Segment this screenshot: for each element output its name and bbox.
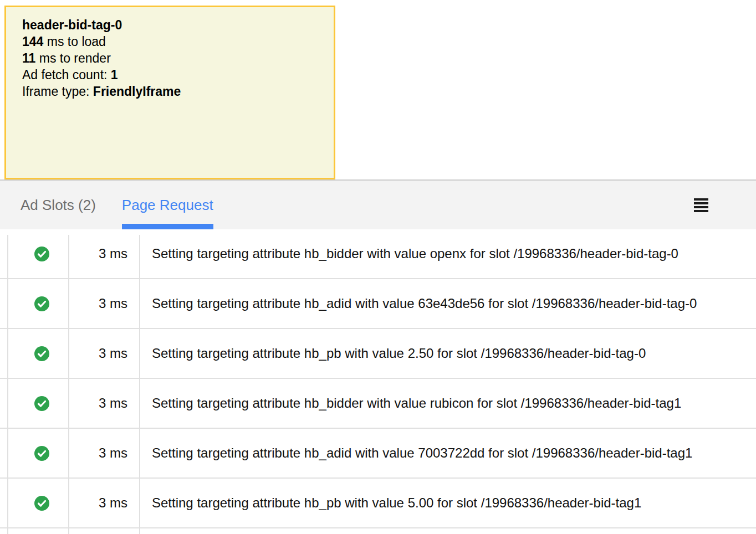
overlay-iframe-type: Iframe type: FriendlyIframe (22, 83, 327, 100)
overlay-render-time: 11 ms to render (22, 50, 327, 66)
check-circle-icon (34, 396, 49, 411)
row-gutter (0, 528, 7, 534)
event-time: 3 ms (69, 379, 140, 428)
status-cell (7, 429, 69, 477)
log-row: 3 ms Setting targeting attribute hb_pb w… (0, 329, 756, 379)
row-gutter (0, 329, 7, 378)
list-menu-icon[interactable] (694, 198, 708, 212)
log-row: 3 ms Setting targeting attribute hb_bidd… (0, 379, 756, 429)
status-cell (7, 528, 69, 534)
event-message: Setting targeting attribute hb_pb with v… (140, 479, 756, 527)
row-gutter (0, 429, 7, 477)
tab-page-request[interactable]: Page Request (122, 181, 213, 229)
slot-info-overlay: header-bid-tag-0 144 ms to load 11 ms to… (4, 6, 335, 179)
event-message: Setting targeting attribute hb_adid with… (140, 429, 756, 477)
status-cell (7, 479, 69, 527)
overlay-load-time: 144 ms to load (22, 33, 327, 50)
overlay-fetch-count: Ad fetch count: 1 (22, 66, 327, 83)
event-time: 3 ms (69, 329, 140, 378)
console-tab-bar: Ad Slots (2) Page Request (0, 179, 756, 229)
event-message: Setting targeting attribute hb_bidder wi… (140, 379, 756, 428)
event-message: Setting targeting attribute hb_pb with v… (140, 329, 756, 378)
row-gutter (0, 229, 7, 278)
log-row: 3 ms Setting targeting attribute hb_adid… (0, 429, 756, 479)
log-row-partial (0, 528, 756, 534)
check-circle-icon (34, 296, 49, 311)
event-message (140, 528, 756, 534)
event-message: Setting targeting attribute hb_adid with… (140, 279, 756, 328)
check-circle-icon (34, 346, 49, 361)
event-time: 3 ms (69, 229, 140, 278)
check-circle-icon (34, 496, 49, 511)
check-circle-icon (34, 247, 49, 261)
event-message: Setting targeting attribute hb_bidder wi… (140, 229, 756, 278)
event-time (69, 528, 140, 534)
status-cell (7, 329, 69, 378)
log-row: 3 ms Setting targeting attribute hb_pb w… (0, 479, 756, 528)
row-gutter (0, 479, 7, 527)
row-gutter (0, 279, 7, 328)
page-request-log: 3 ms Setting targeting attribute hb_bidd… (0, 229, 756, 534)
menu-bar (694, 206, 708, 208)
event-time: 3 ms (69, 429, 140, 477)
event-time: 3 ms (69, 279, 140, 328)
menu-bar (694, 198, 708, 201)
log-row: 3 ms Setting targeting attribute hb_bidd… (0, 229, 756, 279)
tab-ad-slots[interactable]: Ad Slots (2) (21, 181, 96, 229)
log-row: 3 ms Setting targeting attribute hb_adid… (0, 279, 756, 329)
check-circle-icon (34, 446, 49, 461)
status-cell (7, 279, 69, 328)
status-cell (7, 379, 69, 428)
event-time: 3 ms (69, 479, 140, 527)
row-gutter (0, 379, 7, 428)
overlay-slot-title: header-bid-tag-0 (22, 17, 327, 33)
status-cell (7, 229, 69, 278)
menu-bar (694, 202, 708, 204)
menu-bar (694, 210, 708, 212)
